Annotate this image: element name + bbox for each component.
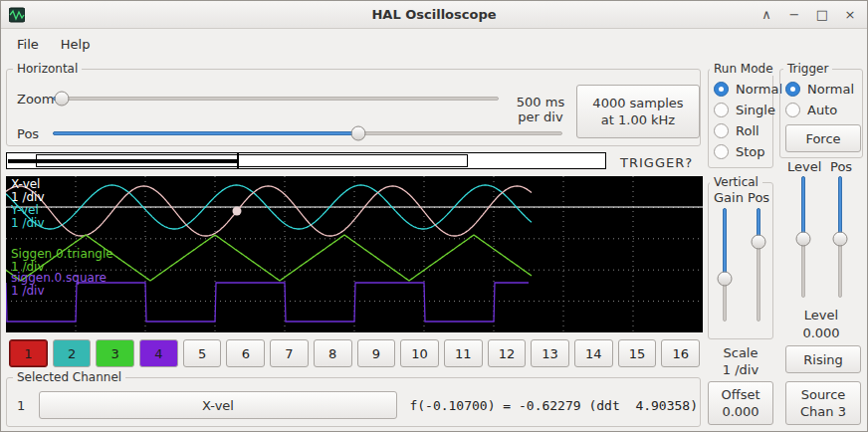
run-mode-option-label: Stop [736, 144, 765, 159]
zoom-slider[interactable] [53, 91, 499, 107]
samples-line1: 4000 samples [592, 95, 683, 111]
trigger-mode-option-normal[interactable]: Normal [785, 79, 854, 100]
run-mode-option-normal[interactable]: Normal [714, 79, 782, 100]
scale-caption: Scale [708, 345, 773, 360]
channel-button-5[interactable]: 5 [183, 339, 222, 367]
scope-display: X-vel1 /divY-vel1 /divSiggen.0.triangle1… [6, 176, 703, 332]
slider-handle[interactable] [796, 232, 811, 247]
channel-button-7[interactable]: 7 [270, 339, 309, 367]
slider-handle[interactable] [54, 92, 69, 107]
trigger-mode-option-label: Normal [807, 82, 854, 97]
window-title: HAL Oscilloscope [1, 7, 867, 22]
run-mode-option-label: Single [736, 103, 775, 117]
run-mode-option-label: Roll [736, 123, 760, 138]
channel-value-readout: f(-0.10700) = -0.62279 (ddt 4.90358) [397, 398, 698, 413]
trigger-hint-label: TRIGGER? [620, 155, 693, 170]
channel-button-16[interactable]: 16 [661, 339, 700, 367]
channel-button-3[interactable]: 3 [96, 339, 134, 367]
channel-button-11[interactable]: 11 [444, 339, 483, 367]
samples-line2: at 1.00 kHz [601, 111, 675, 128]
gain-slider[interactable] [717, 208, 733, 322]
run-mode-options: NormalSingleRollStop [714, 79, 782, 162]
run-mode-group-label: Run Mode [710, 62, 777, 76]
trigger-mode-option-label: Auto [807, 103, 837, 117]
force-button[interactable]: Force [785, 124, 861, 152]
channel-button-2[interactable]: 2 [53, 339, 92, 367]
scope-channel-label-4: siggen.0.square1 /div [11, 272, 107, 298]
scope-channel-label-2: Y-vel1 /div [11, 204, 45, 230]
zoom-label: Zoom [17, 92, 54, 107]
offset-line2: 0.000 [722, 403, 759, 420]
close-icon[interactable]: × [843, 8, 857, 22]
slider-trough [53, 97, 499, 101]
channel-button-1[interactable]: 1 [9, 339, 48, 367]
radio-selected-icon [785, 82, 800, 97]
window-controls: ∧ − □ × [760, 1, 857, 29]
slider-handle[interactable] [718, 271, 733, 286]
gain-header: Gain [714, 190, 744, 205]
trigger-options: NormalAuto [785, 79, 854, 120]
channel-button-14[interactable]: 14 [574, 339, 613, 367]
trigger-group-label: Trigger [783, 62, 832, 76]
radio-unselected-icon [714, 144, 729, 159]
slider-fill [801, 176, 805, 239]
run-mode-option-stop[interactable]: Stop [714, 141, 782, 162]
trigger-mode-option-auto[interactable]: Auto [785, 100, 854, 120]
selected-channel-group-label: Selected Channel [13, 370, 125, 384]
per-div-value: 500 ms [510, 95, 571, 109]
trigger-level-header: Level [787, 159, 821, 174]
menubar: FileHelp [1, 30, 867, 58]
minimize-icon[interactable]: − [787, 8, 801, 22]
samples-button[interactable]: 4000 samples at 1.00 kHz [576, 85, 700, 138]
main-window: HAL Oscilloscope ∧ − □ × FileHelp Horizo… [0, 0, 868, 432]
radio-unselected-icon [714, 103, 729, 117]
channel-button-row: 12345678910111213141516 [9, 339, 700, 367]
source-line1: Source [801, 386, 846, 403]
trigger-position-tick[interactable] [237, 153, 239, 168]
shade-icon[interactable]: ∧ [760, 8, 773, 22]
radio-unselected-icon [785, 103, 800, 117]
trigger-level-slider[interactable] [795, 176, 811, 298]
run-mode-option-single[interactable]: Single [714, 100, 782, 120]
channel-button-6[interactable]: 6 [226, 339, 265, 367]
channel-button-13[interactable]: 13 [531, 339, 569, 367]
horizontal-group-label: Horizontal [13, 62, 82, 76]
offset-button[interactable]: Offset 0.000 [708, 381, 773, 425]
trigger-pos-slider[interactable] [832, 176, 848, 298]
scope-channel-label-1: X-vel1 /div [11, 178, 45, 204]
vertical-pos-slider[interactable] [751, 208, 766, 322]
scale-value: 1 /div [708, 362, 773, 377]
channel-button-9[interactable]: 9 [357, 339, 396, 367]
menu-file[interactable]: File [7, 33, 49, 56]
run-mode-option-label: Normal [736, 82, 782, 97]
radio-unselected-icon [714, 123, 729, 138]
channel-button-8[interactable]: 8 [314, 339, 352, 367]
titlebar: HAL Oscilloscope ∧ − □ × [1, 1, 867, 29]
maximize-icon[interactable]: □ [815, 8, 829, 22]
trigger-pos-header: Pos [830, 159, 852, 174]
slider-handle[interactable] [752, 235, 766, 250]
menu-help[interactable]: Help [51, 33, 101, 56]
slider-fill [838, 176, 842, 239]
trigger-level-caption: Level [779, 308, 863, 323]
per-div-unit: per div [510, 109, 571, 124]
trigger-source-button[interactable]: Source Chan 3 [785, 381, 861, 425]
channel-button-10[interactable]: 10 [400, 339, 439, 367]
record-fill-bar [8, 159, 238, 163]
trigger-edge-button[interactable]: Rising [785, 345, 861, 373]
selected-channel-name-button[interactable]: X-vel [39, 391, 397, 419]
slider-handle[interactable] [351, 126, 366, 141]
offset-line1: Offset [721, 386, 760, 403]
source-line2: Chan 3 [800, 403, 846, 420]
pos-label: Pos [17, 126, 39, 141]
slider-handle[interactable] [833, 232, 848, 247]
horizontal-pos-slider[interactable] [53, 125, 562, 141]
channel-button-4[interactable]: 4 [139, 339, 178, 367]
radio-selected-icon [714, 82, 729, 97]
channel-button-15[interactable]: 15 [618, 339, 657, 367]
trigger-level-value: 0.000 [779, 325, 863, 340]
selected-channel-number: 1 [17, 398, 25, 413]
slider-fill [723, 208, 727, 279]
channel-button-12[interactable]: 12 [488, 339, 527, 367]
run-mode-option-roll[interactable]: Roll [714, 120, 782, 141]
